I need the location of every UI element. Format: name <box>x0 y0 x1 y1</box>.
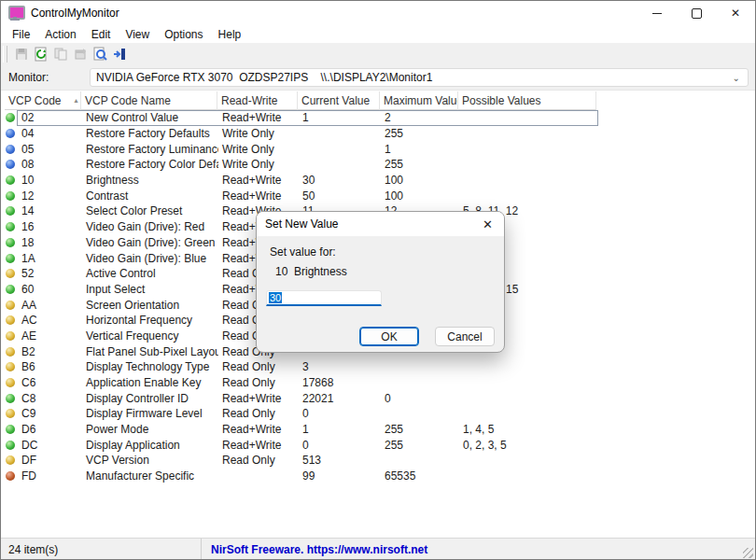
resize-grip-icon[interactable] <box>743 548 753 558</box>
table-row-dc[interactable]: DCDisplay ApplicationRead+Write02550, 2,… <box>5 437 598 453</box>
row-cells: 12ContrastRead+Write50100 <box>17 188 598 203</box>
cell-name: Vertical Frequency <box>82 329 218 343</box>
status-led-green-icon <box>5 394 17 403</box>
cell-current: 1 <box>299 423 381 436</box>
cell-read-write: Read Only <box>218 376 299 389</box>
cell-read-write: Read Only <box>218 407 299 420</box>
table-row-02[interactable]: 02New Control ValueRead+Write12 <box>5 110 598 126</box>
ok-button[interactable]: OK <box>359 327 419 346</box>
minimize-button[interactable] <box>637 1 677 25</box>
nirsoft-link[interactable]: NirSoft Freeware. https://www.nirsoft.ne… <box>202 543 427 556</box>
table-row-04[interactable]: 04Restore Factory DefaultsWrite Only255 <box>5 126 598 142</box>
cell-name: Horizontal Frequency <box>82 314 218 327</box>
cell-code: 16 <box>18 220 82 233</box>
status-led-green-icon <box>5 285 17 294</box>
cell-name: Input Select <box>82 283 218 296</box>
status-led-yellow-icon <box>5 347 17 357</box>
monitor-bar: Monitor: NVIDIA GeForce RTX 3070 OZDSP27… <box>1 65 755 90</box>
table-row-08[interactable]: 08Restore Factory Color Defaul...Write O… <box>5 157 598 173</box>
cancel-button[interactable]: Cancel <box>435 327 495 346</box>
row-cells: 10BrightnessRead+Write30100 <box>17 173 598 189</box>
column-header-vcp-code-name[interactable]: VCP Code Name <box>81 91 217 110</box>
maximize-icon <box>692 8 702 19</box>
column-header-vcp-code[interactable]: VCP Code▴ <box>5 91 81 110</box>
cell-code: 18 <box>18 236 82 249</box>
table-row-df[interactable]: DFVCP VersionRead Only513 <box>5 453 598 469</box>
cell-code: D6 <box>18 423 82 436</box>
cell-name: Display Controller ID <box>82 392 218 405</box>
cell-code: 08 <box>18 158 82 171</box>
value-input[interactable]: 30 <box>266 290 382 306</box>
status-led-blue-icon <box>5 145 17 154</box>
cell-name: Restore Factory Color Defaul... <box>82 158 218 171</box>
cell-read-write: Read+Write <box>218 111 299 124</box>
row-cells: 04Restore Factory DefaultsWrite Only255 <box>17 126 598 142</box>
dialog-close-icon[interactable]: ✕ <box>483 217 493 231</box>
table-row-10[interactable]: 10BrightnessRead+Write30100 <box>5 173 598 189</box>
menu-item-options[interactable]: Options <box>157 26 210 43</box>
cell-read-write: Read+Write <box>218 189 299 203</box>
cell-code: 10 <box>18 174 82 187</box>
cell-read-write: Read+Write <box>218 392 299 405</box>
menu-item-file[interactable]: File <box>5 26 37 43</box>
cell-code: 12 <box>18 189 82 203</box>
table-row-fd[interactable]: FDManufacturer Specific9965535 <box>5 469 598 484</box>
cell-name: Video Gain (Drive): Red <box>82 220 218 233</box>
table-row-c8[interactable]: C8Display Controller IDRead+Write220210 <box>5 390 598 406</box>
cell-name: Brightness <box>82 174 218 187</box>
column-header-maximum-value[interactable]: Maximum Value <box>380 91 458 110</box>
copy-icon <box>50 45 70 63</box>
table-row-c9[interactable]: C9Display Firmware LevelRead Only0 <box>5 406 598 422</box>
table-row-d6[interactable]: D6Power ModeRead+Write12551, 4, 5 <box>5 422 598 438</box>
cell-name: Application Enable Key <box>82 376 218 389</box>
dialog-title-bar[interactable]: Set New Value ✕ <box>257 212 504 236</box>
cell-code: FD <box>18 469 82 483</box>
monitor-select[interactable]: NVIDIA GeForce RTX 3070 OZDSP27IPS \\.\D… <box>90 68 749 87</box>
table-row-c6[interactable]: C6Application Enable KeyRead Only17868 <box>5 375 598 391</box>
menu-item-help[interactable]: Help <box>211 26 249 43</box>
find-icon[interactable] <box>90 45 109 63</box>
cell-name: Select Color Preset <box>82 204 218 217</box>
row-cells: 05Restore Factory Luminance/ ...Write On… <box>17 141 598 157</box>
menu-item-edit[interactable]: Edit <box>84 26 119 43</box>
close-button[interactable]: ✕ <box>716 1 755 25</box>
status-led-yellow-icon <box>5 409 17 418</box>
menu-bar: FileActionEditViewOptionsHelp <box>1 25 755 43</box>
refresh-icon[interactable] <box>31 45 50 63</box>
status-led-green-icon <box>5 175 17 185</box>
close-icon: ✕ <box>731 7 740 20</box>
maximize-button[interactable] <box>677 1 716 25</box>
status-led-yellow-icon <box>5 315 17 325</box>
cell-maximum: 255 <box>381 158 459 171</box>
table-row-12[interactable]: 12ContrastRead+Write50100 <box>5 188 598 203</box>
status-led-green-icon <box>5 441 17 450</box>
column-header-read-write[interactable]: Read-Write <box>217 91 298 110</box>
cell-read-write: Read+Write <box>218 439 299 452</box>
table-row-05[interactable]: 05Restore Factory Luminance/ ...Write On… <box>5 141 598 157</box>
target-vcp-label: 10 Brightness <box>275 265 347 278</box>
cell-possible: 0, 2, 3, 5 <box>459 439 597 452</box>
row-cells: DCDisplay ApplicationRead+Write02550, 2,… <box>17 437 598 453</box>
window-title: ControlMyMonitor <box>31 7 119 20</box>
column-header-current-value[interactable]: Current Value <box>298 91 380 110</box>
cell-maximum: 255 <box>381 423 459 436</box>
menu-item-view[interactable]: View <box>118 26 157 43</box>
cell-name: Contrast <box>82 189 218 203</box>
set-value-for-label: Set value for: <box>270 245 336 259</box>
item-count: 24 item(s) <box>1 539 202 560</box>
exit-icon[interactable] <box>109 45 129 63</box>
column-header-possible-values[interactable]: Possible Values <box>458 91 596 110</box>
cell-maximum: 0 <box>381 392 459 405</box>
cell-current: 99 <box>299 469 381 483</box>
toolbar-gripper <box>3 46 7 63</box>
row-cells: DFVCP VersionRead Only513 <box>17 453 598 469</box>
cell-read-write: Read+Write <box>218 423 299 436</box>
cell-maximum: 1 <box>381 143 459 156</box>
status-led-yellow-icon <box>5 455 17 465</box>
cell-code: 02 <box>18 111 82 124</box>
row-cells: D6Power ModeRead+Write12551, 4, 5 <box>17 422 598 438</box>
status-led-yellow-icon <box>5 378 17 387</box>
table-row-b6[interactable]: B6Display Technology TypeRead Only3 <box>5 359 598 375</box>
cell-maximum: 255 <box>381 127 459 140</box>
menu-item-action[interactable]: Action <box>37 26 83 43</box>
